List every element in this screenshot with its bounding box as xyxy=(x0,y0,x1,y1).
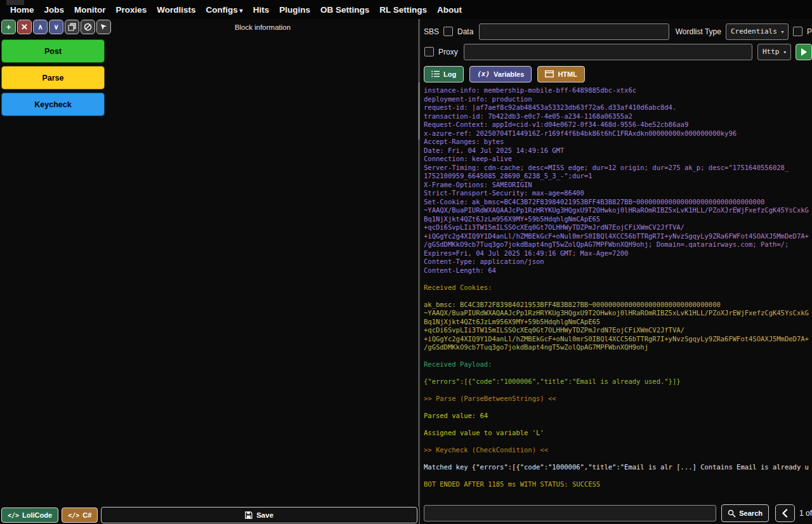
log-line: ~YAAQX/BuaPIURdWXAQAAJcPp1RzHRYKUg3HQgxU… xyxy=(424,309,812,318)
log-line: request-id: |af7aef8c92ab48453a53323db63… xyxy=(424,103,812,112)
wordlist-type-select[interactable]: Credentials ▾ xyxy=(726,23,789,40)
move-block-down-button[interactable]: ∨ xyxy=(49,20,63,34)
nav-item-about[interactable]: About xyxy=(437,5,462,15)
log-line: Server-Timing: cdn-cache; desc=MISS edge… xyxy=(424,164,812,173)
block-toolbar: + ✕ ∧ ∨ xyxy=(1,20,111,34)
proxy-type-value: Http xyxy=(763,48,780,56)
log-line: Connection: keep-alive xyxy=(424,155,812,164)
chevron-down-icon: ∨ xyxy=(53,23,58,31)
save-button-label: Save xyxy=(256,511,273,519)
proxy-type-select[interactable]: Http ▾ xyxy=(757,44,791,60)
nav-item-proxies[interactable]: Proxies xyxy=(116,5,147,15)
log-line: Content-Length: 64 xyxy=(424,266,812,275)
log-line: >> Keycheck (CheckCondition) << xyxy=(424,446,812,455)
log-line: Content-Type: application/json xyxy=(424,258,812,266)
log-line: Expires=Fri, 04 Jul 2025 16:49:16 GMT; M… xyxy=(424,249,812,258)
log-line: x-azure-ref: 20250704T144916Z-r169f4f6b4… xyxy=(424,129,812,138)
variables-icon: (x) xyxy=(477,70,490,78)
previous-match-button[interactable] xyxy=(775,504,795,522)
add-block-button[interactable]: + xyxy=(1,20,16,34)
log-view-button[interactable]: Log xyxy=(424,66,464,82)
log-line: ~YAAQX/BuaPIURdWXAQAAJcPp1RzHRYKUg3HQgxU… xyxy=(424,206,812,215)
right-edge-checkbox[interactable] xyxy=(793,27,802,36)
log-line: Request-Context: appId=cid-v1:d04e0672-0… xyxy=(424,121,812,129)
list-icon xyxy=(431,70,440,77)
log-line: BOT ENDED AFTER 1185 ms WITH STATUS: SUC… xyxy=(424,480,812,489)
log-line: 1752100959_6645085_28690_6238_5_3_-";dur… xyxy=(424,172,812,181)
debug-log[interactable]: instance-info: membership-mobile-bff-648… xyxy=(424,85,812,502)
nav-item-monitor[interactable]: Monitor xyxy=(74,5,106,15)
floppy-disk-icon xyxy=(245,511,252,519)
wordlist-type-label: Wordlist Type xyxy=(676,27,721,36)
csharp-tab-button[interactable]: </> C# xyxy=(62,508,98,523)
plus-icon: + xyxy=(6,22,11,32)
proxy-label: Proxy xyxy=(438,48,458,56)
match-position-label: 1 of xyxy=(799,509,812,518)
block-item-keycheck[interactable]: Keycheck xyxy=(1,93,105,116)
app-window: HomeJobsMonitorProxiesWordlistsConfigs ▾… xyxy=(0,0,812,524)
variables-view-button[interactable]: (x) Variables xyxy=(469,66,532,82)
move-block-up-button[interactable]: ∧ xyxy=(33,20,48,34)
log-line: Matched key {"errors":[{"code":"1000006"… xyxy=(424,463,812,472)
block-item-post[interactable]: Post xyxy=(1,39,105,63)
nav-item-jobs[interactable]: Jobs xyxy=(44,5,65,15)
log-blank-line xyxy=(424,455,812,464)
slash-circle-icon xyxy=(84,23,92,31)
nav-item-configs[interactable]: Configs ▾ xyxy=(206,5,243,15)
log-blank-line xyxy=(424,292,812,301)
log-blank-line xyxy=(424,369,812,378)
log-line: ak_bmsc: BC4C3B72F83984021953BFF4B3B827B… xyxy=(424,301,812,310)
html-view-button[interactable]: HTML xyxy=(537,66,585,82)
proxy-row: Proxy Http ▾ xyxy=(424,43,812,60)
copy-icon xyxy=(68,23,76,31)
data-label: Data xyxy=(457,27,473,36)
log-blank-line xyxy=(424,403,812,412)
panel-divider[interactable] xyxy=(418,19,420,524)
search-button-label: Search xyxy=(739,509,763,517)
nav-item-rl-settings[interactable]: RL Settings xyxy=(379,5,427,15)
data-input[interactable] xyxy=(479,23,669,40)
save-button[interactable]: Save xyxy=(101,507,417,523)
log-line: Date: Fri, 04 Jul 2025 14:49:16 GMT xyxy=(424,147,812,155)
sbs-label: SBS xyxy=(424,27,439,36)
log-blank-line xyxy=(424,438,812,447)
nav-item-wordlists[interactable]: Wordlists xyxy=(157,5,195,15)
variables-button-label: Variables xyxy=(494,70,524,78)
log-blank-line xyxy=(424,352,812,361)
code-icon: </> xyxy=(8,512,19,519)
nav-item-home[interactable]: Home xyxy=(10,5,34,15)
log-line: X-Frame-Options: SAMEORIGIN xyxy=(424,181,812,190)
log-line: +qcDi6SvpLIi3TW15mILSSOcXEq0Gt7OLHHWyTDZ… xyxy=(424,326,812,335)
log-search-input[interactable] xyxy=(424,505,716,521)
clone-block-button[interactable] xyxy=(65,20,79,34)
proxy-input[interactable] xyxy=(464,44,752,60)
chevron-left-icon xyxy=(782,509,788,518)
log-button-label: Log xyxy=(443,70,456,78)
log-line: >> Parse (ParseBetweenStrings) << xyxy=(424,395,812,403)
log-blank-line xyxy=(424,386,812,395)
editor-bar: </> LoliCode </> C# Save xyxy=(0,506,419,524)
browser-window-icon xyxy=(545,70,554,77)
log-line: +qcDi6SvpLIi3TW15mILSSOcXEq0Gt7OLHHWyTDZ… xyxy=(424,223,812,232)
view-switch-row: Log (x) Variables HTML xyxy=(424,65,812,82)
debugger-panel: SBS Data Wordlist Type Credentials ▾ P P… xyxy=(421,19,812,524)
start-debugger-button[interactable] xyxy=(796,44,812,60)
nav-item-hits[interactable]: Hits xyxy=(253,5,270,15)
disable-block-button[interactable] xyxy=(81,20,95,34)
log-blank-line xyxy=(424,421,812,429)
remove-block-button[interactable]: ✕ xyxy=(17,20,32,34)
nav-item-plugins[interactable]: Plugins xyxy=(279,5,310,15)
sbs-checkbox[interactable] xyxy=(443,27,453,36)
wordlist-type-value: Credentials xyxy=(731,27,777,36)
search-button[interactable]: Search xyxy=(721,504,769,522)
block-item-parse[interactable]: Parse xyxy=(1,66,105,89)
proxy-checkbox[interactable] xyxy=(424,47,434,56)
csharp-label: C# xyxy=(82,511,91,519)
log-line: Parsed value: 64 xyxy=(424,412,812,421)
block-information-title: Block information xyxy=(107,23,419,31)
log-blank-line xyxy=(424,472,812,481)
nav-item-ob-settings[interactable]: OB Settings xyxy=(320,5,369,15)
lolicode-tab-button[interactable]: </> LoliCode xyxy=(1,508,58,523)
log-line: transaction-id: 7b422db3-e0c7-4e05-a234-… xyxy=(424,112,812,121)
scrollbar-thumb[interactable] xyxy=(418,82,420,140)
